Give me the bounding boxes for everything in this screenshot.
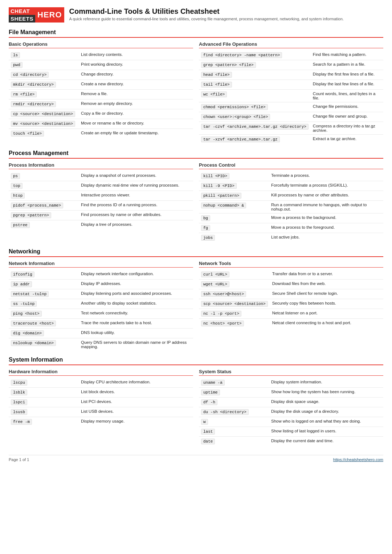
- subsection-basic-operations: Basic OperationslsList directory content…: [9, 41, 193, 144]
- table-row: ss -tulnpAnother utility to display sock…: [9, 299, 193, 309]
- desc-cell: Display memory usage.: [79, 417, 193, 427]
- desc-cell: Display network interface configuration.: [79, 270, 193, 280]
- table-row: jobsList active jobs.: [199, 233, 383, 243]
- cmd-code: grep <pattern> <file>: [201, 62, 256, 68]
- table-row: ip addrDisplay IP addresses.: [9, 280, 193, 289]
- cmd-code: df -h: [201, 399, 217, 405]
- cmd-cell: kill -9 <PID>: [199, 181, 269, 191]
- subsection-process-information: Process InformationpsDisplay a snapshot …: [9, 162, 193, 243]
- cmd-cell: lspci: [9, 398, 79, 407]
- cmd-cell: mv <source> <destination>: [9, 119, 79, 129]
- cmd-code: dig <domain>: [11, 330, 44, 336]
- desc-cell: Another utility to display socket statis…: [79, 299, 193, 309]
- desc-cell: List PCI devices.: [79, 398, 193, 407]
- table-row: pgrep <pattern>Find processes by name or…: [9, 211, 193, 220]
- table-row: htopInteractive process viewer.: [9, 191, 193, 201]
- cmd-cell: uname -a: [199, 378, 269, 388]
- table-row: rm <file>Remove a file.: [9, 90, 193, 99]
- table-row: uptimeShow how long the system has been …: [199, 388, 383, 398]
- table-row: df -hDisplay disk space usage.: [199, 398, 383, 407]
- desc-cell: Change file permissions.: [311, 102, 383, 112]
- subsection-advanced-file-operations: Advanced File Operationsfind <directory>…: [199, 41, 383, 144]
- cmd-cell: pstree: [9, 220, 79, 230]
- desc-cell: Display the disk usage of a directory.: [269, 407, 383, 417]
- desc-cell: Compress a directory into a tar.gz archi…: [311, 122, 383, 135]
- desc-cell: Move or rename a file or directory.: [79, 119, 193, 129]
- sections-container: File ManagementBasic OperationslsList di…: [9, 29, 383, 446]
- cmd-code: chown <user>:<group> <file>: [201, 114, 270, 120]
- table-row: rmdir <directory>Remove an empty directo…: [9, 99, 193, 109]
- cmd-code: tail <file>: [201, 82, 232, 87]
- cmd-code: mkdir <directory>: [11, 82, 56, 87]
- desc-cell: Display a tree of processes.: [79, 220, 193, 230]
- cmd-cell: kill <PID>: [199, 171, 269, 181]
- cmd-cell: bg: [199, 213, 269, 223]
- cmd-cell: date: [199, 437, 269, 447]
- cmd-cell: fg: [199, 223, 269, 233]
- table-row: lspciList PCI devices.: [9, 398, 193, 407]
- cmd-cell: cd <directory>: [9, 70, 79, 80]
- subsection-network-information: Network InformationifconfigDisplay netwo…: [9, 261, 193, 351]
- desc-cell: Secure Shell client for remote login.: [270, 289, 383, 299]
- sub-title-advanced-file-operations: Advanced File Operations: [199, 41, 383, 48]
- cmd-table-network-tools: curl <URL>Transfer data from or to a ser…: [199, 270, 383, 328]
- cmd-code: ps: [11, 173, 20, 179]
- desc-cell: Show listing of last logged in users.: [269, 427, 383, 437]
- desc-cell: Display dynamic real-time view of runnin…: [79, 181, 193, 191]
- cmd-cell: du -sh <directory>: [199, 407, 269, 417]
- cmd-cell: wget <URL>: [199, 280, 270, 289]
- two-col-file-management: Basic OperationslsList directory content…: [9, 41, 383, 144]
- cmd-code: find <directory> -name <pattern>: [201, 52, 282, 58]
- cmd-code: ls: [11, 52, 20, 58]
- cmd-cell: lsusb: [9, 407, 79, 417]
- cmd-cell: netstat -tulnp: [9, 289, 79, 299]
- footer-link[interactable]: https://cheatsheetshero.com: [333, 457, 383, 462]
- cmd-cell: chown <user>:<group> <file>: [199, 112, 311, 122]
- cmd-cell: ping <host>: [9, 309, 79, 319]
- cmd-code: bg: [201, 215, 210, 221]
- desc-cell: Find processes by name or other attribut…: [79, 211, 193, 220]
- cmd-code: wc <file>: [201, 91, 227, 97]
- page-header: CHEAT SHEETS HERO Command-Line Tools & U…: [9, 7, 383, 23]
- cmd-code: pidof <process_name>: [11, 203, 63, 208]
- table-row: bgMove a process to the background.: [199, 213, 383, 223]
- table-row: pkill <pattern>Kill processes by name or…: [199, 191, 383, 201]
- cmd-code: last: [201, 429, 215, 435]
- section-title-file-management: File Management: [9, 29, 383, 38]
- table-row: psDisplay a snapshot of current processe…: [9, 171, 193, 181]
- cmd-cell: lsblk: [9, 388, 79, 398]
- desc-cell: List USB devices.: [79, 407, 193, 417]
- table-row: mkdir <directory>Create a new directory.: [9, 80, 193, 90]
- table-row: tail <file>Display the last few lines of…: [199, 80, 383, 90]
- cmd-code: lsblk: [11, 390, 27, 395]
- table-row: nc <host> <port>Netcat client connecting…: [199, 319, 383, 329]
- cmd-code: ssh <user>@<host>: [201, 291, 246, 297]
- cmd-code: w: [201, 419, 208, 425]
- desc-cell: List directory contents.: [79, 50, 193, 60]
- table-row: wShow who is logged on and what they are…: [199, 417, 383, 427]
- table-row: tar -czvf <archive_name>.tar.gz <directo…: [199, 122, 383, 135]
- desc-cell: Print working directory.: [79, 60, 193, 70]
- subsection-hardware-information: Hardware InformationlscpuDisplay CPU arc…: [9, 369, 193, 446]
- cmd-code: chmod <permissions> <file>: [201, 104, 268, 110]
- desc-cell: Display CPU architecture information.: [79, 378, 193, 388]
- table-row: nohup <command> &Run a command immune to…: [199, 201, 383, 213]
- table-row: mv <source> <destination>Move or rename …: [9, 119, 193, 129]
- table-row: fgMove a process to the foreground.: [199, 223, 383, 233]
- cmd-table-system-status: uname -aDisplay system information.uptim…: [199, 378, 383, 446]
- desc-cell: List block devices.: [79, 388, 193, 398]
- table-row: lscpuDisplay CPU architecture informatio…: [9, 378, 193, 388]
- sub-title-network-tools: Network Tools: [199, 261, 383, 268]
- table-row: kill -9 <PID>Forcefully terminate a proc…: [199, 181, 383, 191]
- cmd-code: fg: [201, 225, 210, 231]
- desc-cell: Find the process ID of a running process…: [79, 201, 193, 211]
- cmd-code: ifconfig: [11, 272, 34, 277]
- table-row: head <file>Display the first few lines o…: [199, 70, 383, 80]
- table-row: ssh <user>@<host>Secure Shell client for…: [199, 289, 383, 299]
- cmd-cell: pgrep <pattern>: [9, 211, 79, 220]
- subsection-network-tools: Network Toolscurl <URL>Transfer data fro…: [199, 261, 383, 351]
- cmd-cell: df -h: [199, 398, 269, 407]
- section-title-system-information: System Information: [9, 357, 383, 365]
- cmd-code: cp <source> <destination>: [11, 111, 75, 117]
- section-file-management: File ManagementBasic OperationslsList di…: [9, 29, 383, 144]
